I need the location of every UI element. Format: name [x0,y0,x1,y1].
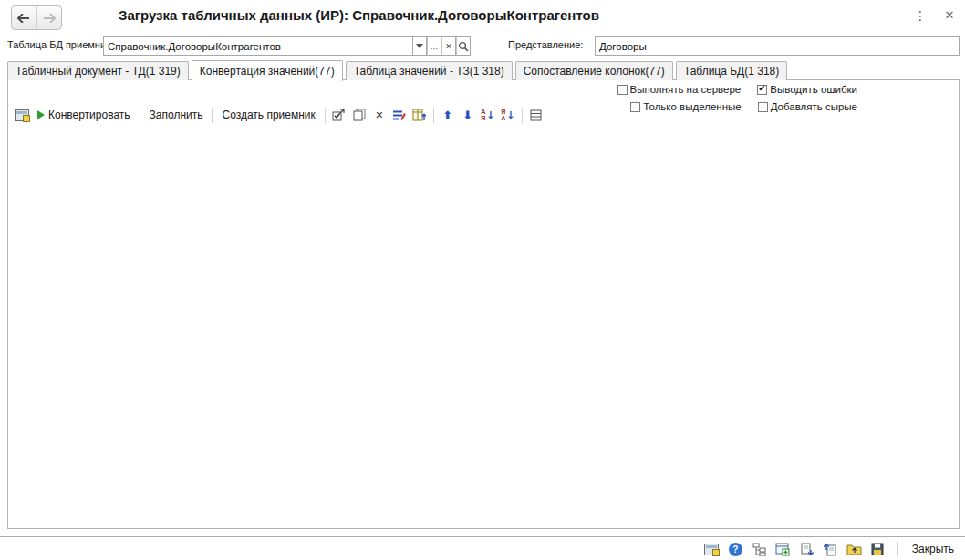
db-table-field-group: … ✕ [103,36,471,56]
form-settings-button[interactable] [13,106,31,124]
tab-page-panel [7,79,960,529]
copy-rows-button[interactable] [350,106,368,124]
nav-history-group [11,5,62,30]
move-up-button[interactable]: ⬆ [439,106,457,124]
run-on-server-checkbox[interactable] [617,85,628,95]
command-bar: Конвертировать Заполнить Создать приемни… [13,104,545,126]
tab-strip: Табличный документ - ТД(1 319) Конвертац… [7,60,790,80]
move-down-button[interactable]: ⬇ [459,106,477,124]
fill-button[interactable]: Заполнить [145,105,208,125]
add-raw-checkbox[interactable] [758,102,768,112]
form-settings-icon [704,544,719,555]
check-all-button[interactable] [330,106,348,124]
db-table-input[interactable] [103,36,412,56]
create-receiver-button[interactable]: Создать приемник [217,105,319,125]
tab-column-mapping[interactable]: Сопоставление колонок(77) [515,61,673,80]
save-button[interactable] [870,542,886,556]
add-raw-option[interactable]: Добавлять сырые [758,101,857,112]
folder-open-icon [846,543,862,555]
play-icon [37,110,45,119]
forward-button[interactable] [36,6,62,29]
refresh-columns-button[interactable] [410,106,429,124]
doc-import-button[interactable] [799,542,815,556]
tab-tabular-document[interactable]: Табличный документ - ТД(1 319) [7,61,189,80]
db-table-label: Таблица БД приемник: [7,39,113,50]
choose-button[interactable]: … [427,36,441,56]
table-add-button[interactable] [775,542,791,556]
search-icon [458,41,469,52]
only-selected-option[interactable]: Только выделенные [630,101,741,112]
table-add-icon [775,543,790,556]
only-selected-checkbox[interactable] [630,102,640,112]
close-form-button[interactable]: Закрыть [908,543,958,555]
chevron-down-icon [416,44,423,48]
edit-list-icon [392,109,406,121]
presentation-label: Представление: [508,39,583,50]
tab-db-table[interactable]: Таблица БД(1 318) [676,61,787,80]
edit-list-button[interactable] [390,106,409,124]
dropdown-button[interactable] [412,36,427,56]
forward-arrow-icon [43,14,56,23]
presentation-input[interactable] [595,36,960,56]
sort-asc-button[interactable]: АЯ↓ [479,106,497,124]
doc-export-button[interactable] [823,542,838,556]
status-bar: ? Закрыть [0,538,965,560]
tab-value-conversion[interactable]: Конвертация значений(77) [192,60,343,81]
list-settings-button[interactable] [527,106,545,124]
options-block: Выполнять на сервере Выводить ошибки Тол… [617,84,857,112]
check-all-icon [332,109,346,121]
copy-icon [353,109,366,121]
clear-button[interactable]: ✕ [441,36,456,56]
page-title: Загрузка табличных данных (ИР): Справочн… [119,7,599,23]
doc-import-icon [800,543,814,556]
show-errors-checkbox[interactable] [757,85,767,95]
form-settings-icon [15,109,29,121]
more-menu-icon[interactable]: ⋮ [912,5,929,26]
help-button[interactable]: ? [728,542,743,556]
sort-asc-icon: АЯ↓ [481,109,494,121]
hierarchy-button[interactable] [752,542,767,556]
sort-desc-button[interactable]: ЯА↓ [499,106,517,124]
form-settings-button-bottom[interactable] [704,542,720,556]
show-errors-option[interactable]: Выводить ошибки [757,84,857,95]
run-on-server-option[interactable]: Выполнять на сервере [617,84,742,95]
search-button[interactable] [456,36,471,56]
sort-desc-icon: ЯА↓ [501,109,514,121]
convert-button[interactable]: Конвертировать [33,105,135,125]
hierarchy-icon [752,543,766,556]
move-up-icon: ⬆ [442,109,452,122]
delete-rows-button[interactable]: ✕ [370,106,389,124]
move-down-icon: ⬇ [462,109,472,122]
back-button[interactable] [12,6,36,29]
statusbar-separator [0,536,965,537]
delete-icon: ✕ [375,109,383,121]
refresh-columns-icon [412,109,426,121]
back-arrow-icon [17,14,30,23]
app-window: { "window": { "title": "Загрузка табличн… [0,0,965,560]
list-settings-icon [530,109,542,121]
close-window-icon[interactable]: ✕ [939,5,960,26]
tab-value-table[interactable]: Таблица значений - ТЗ(1 318) [346,61,513,80]
save-icon [871,543,884,555]
help-icon: ? [729,543,742,556]
folder-open-button[interactable] [846,542,862,556]
doc-export-icon [824,543,837,556]
